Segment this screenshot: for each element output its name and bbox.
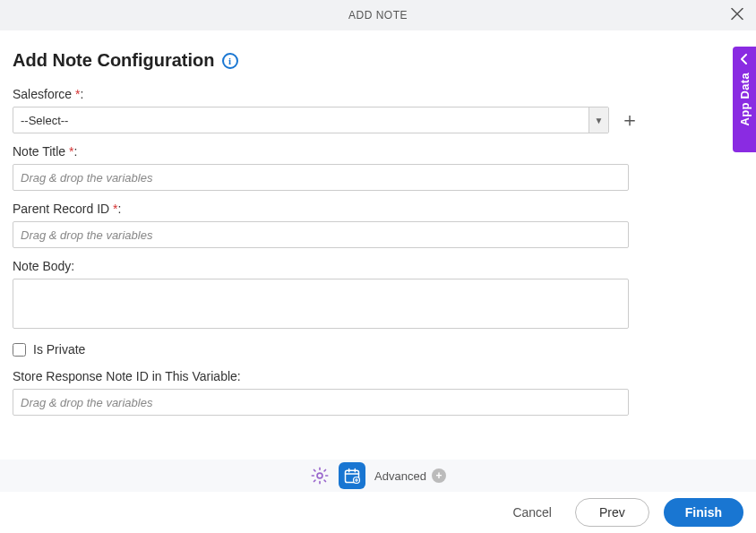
salesforce-select[interactable]: --Select-- ▼ <box>13 107 609 133</box>
note-title-label-text: Note Title <box>13 144 65 159</box>
salesforce-select-value: --Select-- <box>13 114 588 127</box>
svg-point-0 <box>317 473 322 478</box>
salesforce-label: Salesforce *: <box>13 87 743 101</box>
required-marker: * <box>69 144 73 159</box>
parent-record-id-label: Parent Record ID *: <box>13 202 743 216</box>
app-data-tab[interactable]: App Data <box>733 47 756 152</box>
parent-record-id-field: Parent Record ID *: <box>13 202 743 248</box>
dialog-title: ADD NOTE <box>348 9 408 21</box>
store-response-label: Store Response Note ID in This Variable: <box>13 369 743 383</box>
dialog-content: Add Note Configuration i Salesforce *: -… <box>0 30 756 435</box>
close-icon[interactable] <box>727 3 747 29</box>
note-title-field: Note Title *: <box>13 144 743 191</box>
required-marker: * <box>75 87 80 101</box>
note-body-field: Note Body: <box>13 259 743 331</box>
chevron-down-icon[interactable]: ▼ <box>588 107 608 133</box>
store-response-field: Store Response Note ID in This Variable: <box>13 369 743 416</box>
store-response-input[interactable] <box>13 389 629 416</box>
note-title-label: Note Title *: <box>13 144 743 159</box>
salesforce-field: Salesforce *: --Select-- ▼ ＋ <box>13 87 743 133</box>
dialog-header: ADD NOTE <box>0 0 756 30</box>
add-salesforce-button[interactable]: ＋ <box>620 110 640 130</box>
note-title-input[interactable] <box>13 164 629 191</box>
prev-button[interactable]: Prev <box>575 498 649 527</box>
gear-icon[interactable] <box>310 466 330 486</box>
dialog-footer: Cancel Prev Finish <box>0 492 756 533</box>
page-title-row: Add Note Configuration i <box>13 50 743 71</box>
app-data-label: App Data <box>738 73 752 125</box>
advanced-label: Advanced <box>374 469 426 483</box>
is-private-field: Is Private <box>13 342 743 357</box>
finish-button[interactable]: Finish <box>664 498 743 527</box>
chevron-left-icon <box>741 54 748 67</box>
is-private-checkbox[interactable] <box>13 343 26 357</box>
note-body-input[interactable] <box>13 279 629 329</box>
salesforce-label-text: Salesforce <box>13 87 72 101</box>
bottom-toolbar: Advanced + <box>0 460 756 492</box>
note-body-label: Note Body: <box>13 259 743 273</box>
advanced-button[interactable]: Advanced + <box>374 469 446 483</box>
is-private-label: Is Private <box>33 342 85 357</box>
parent-record-id-input[interactable] <box>13 221 629 248</box>
plus-circle-icon: + <box>432 469 446 483</box>
info-icon[interactable]: i <box>222 53 238 69</box>
page-title: Add Note Configuration <box>13 50 215 71</box>
required-marker: * <box>113 202 117 216</box>
parent-record-id-label-text: Parent Record ID <box>13 202 109 216</box>
calendar-add-icon[interactable] <box>339 462 365 489</box>
cancel-button[interactable]: Cancel <box>503 500 561 525</box>
